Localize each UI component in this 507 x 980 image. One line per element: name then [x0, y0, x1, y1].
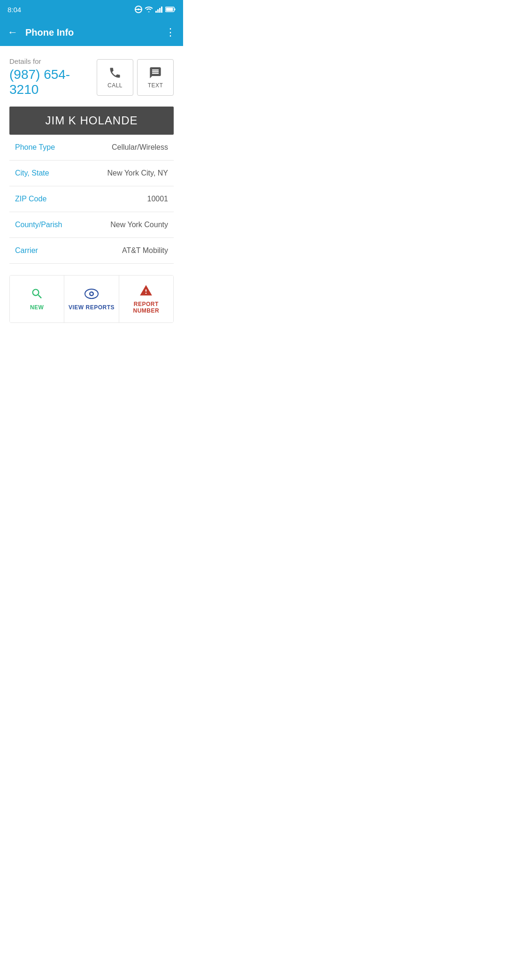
- svg-rect-6: [161, 7, 162, 13]
- text-button[interactable]: TEXT: [137, 59, 174, 96]
- signal-icon: [155, 6, 163, 13]
- main-content: Details for (987) 654-3210 CALL TEXT JIM…: [0, 46, 183, 330]
- info-row-city-state: City, State New York City, NY: [9, 161, 174, 186]
- status-time: 8:04: [8, 6, 21, 14]
- call-button-label: CALL: [108, 82, 123, 89]
- info-table: Phone Type Cellular/Wireless City, State…: [9, 135, 174, 264]
- svg-rect-4: [157, 9, 159, 13]
- app-title: Phone Info: [25, 27, 165, 38]
- text-icon: [149, 66, 162, 79]
- phone-type-value: Cellular/Wireless: [112, 143, 168, 152]
- wifi-icon: [145, 6, 153, 13]
- back-button[interactable]: ←: [8, 26, 18, 38]
- report-number-button[interactable]: REPORT NUMBER: [119, 276, 173, 322]
- details-for-label: Details for: [9, 57, 97, 65]
- svg-rect-3: [155, 11, 157, 13]
- county-label: County/Parish: [15, 221, 62, 229]
- eye-icon: [84, 287, 99, 300]
- status-bar: 8:04: [0, 0, 183, 19]
- info-row-carrier: Carrier AT&T Mobility: [9, 238, 174, 264]
- view-reports-button[interactable]: VIEW REPORTS: [64, 276, 119, 322]
- carrier-value: AT&T Mobility: [122, 246, 168, 255]
- app-bar: ← Phone Info ⋮: [0, 19, 183, 46]
- details-left: Details for (987) 654-3210: [9, 57, 97, 97]
- battery-icon: [165, 7, 176, 12]
- details-section: Details for (987) 654-3210 CALL TEXT: [9, 57, 174, 97]
- info-row-phone-type: Phone Type Cellular/Wireless: [9, 135, 174, 161]
- bottom-actions: NEW VIEW REPORTS REPORT NUMBER: [9, 275, 174, 323]
- pokeball-icon: [135, 6, 142, 13]
- view-reports-button-label: VIEW REPORTS: [69, 304, 115, 311]
- report-number-button-label: REPORT NUMBER: [123, 301, 169, 314]
- new-button[interactable]: NEW: [10, 276, 64, 322]
- call-button[interactable]: CALL: [97, 59, 133, 96]
- status-icons: [135, 6, 176, 13]
- svg-point-2: [138, 8, 139, 10]
- search-icon: [31, 287, 44, 300]
- city-state-label: City, State: [15, 169, 49, 177]
- more-options-button[interactable]: ⋮: [165, 26, 176, 38]
- contact-name: JIM K HOLANDE: [45, 114, 138, 127]
- warning-icon: [139, 284, 153, 297]
- county-value: New York County: [110, 221, 168, 229]
- zip-code-label: ZIP Code: [15, 195, 46, 203]
- svg-point-13: [90, 293, 91, 294]
- action-buttons: CALL TEXT: [97, 59, 174, 96]
- text-button-label: TEXT: [148, 82, 163, 89]
- svg-rect-8: [166, 8, 173, 11]
- svg-rect-9: [175, 8, 176, 10]
- name-banner: JIM K HOLANDE: [9, 107, 174, 135]
- new-button-label: NEW: [30, 304, 44, 311]
- carrier-label: Carrier: [15, 246, 38, 255]
- city-state-value: New York City, NY: [107, 169, 168, 177]
- phone-type-label: Phone Type: [15, 143, 55, 152]
- phone-icon: [108, 66, 122, 79]
- info-row-county: County/Parish New York County: [9, 212, 174, 238]
- info-row-zip: ZIP Code 10001: [9, 186, 174, 212]
- zip-code-value: 10001: [147, 195, 169, 203]
- phone-number: (987) 654-3210: [9, 67, 97, 97]
- svg-rect-5: [159, 8, 161, 13]
